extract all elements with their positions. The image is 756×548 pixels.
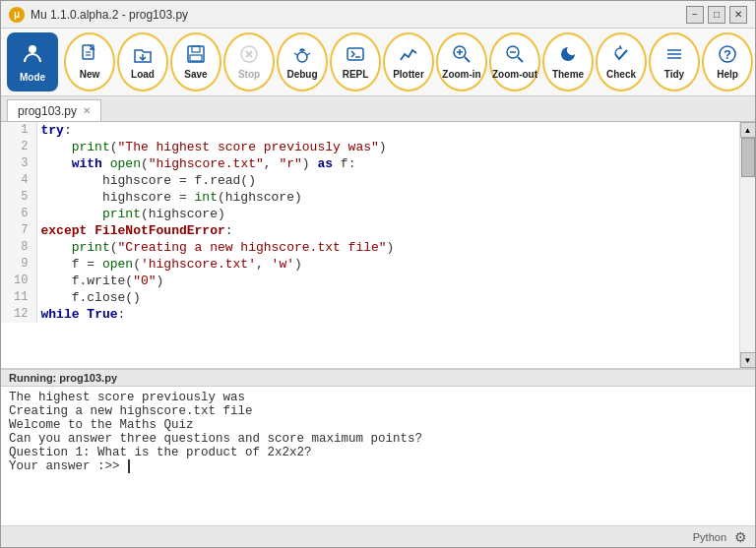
tabs-bar: prog103.py ✕ (1, 96, 755, 122)
mode-label: Mode (20, 72, 45, 83)
tidy-button[interactable]: Tidy (649, 32, 700, 91)
line-number: 3 (1, 155, 36, 172)
editor-container: 1try:2 print("The highest score previous… (1, 122, 755, 368)
save-icon (186, 44, 206, 67)
cursor (128, 459, 130, 473)
line-number: 4 (1, 172, 36, 189)
repl-label: REPL (343, 69, 369, 80)
line-content: try: (36, 122, 739, 139)
console-line: Creating a new highscore.txt file (9, 404, 747, 418)
load-button[interactable]: Load (117, 32, 168, 91)
plotter-label: Plotter (393, 69, 424, 80)
stop-icon (239, 44, 259, 67)
mode-icon (22, 42, 43, 70)
maximize-button[interactable]: □ (708, 6, 725, 24)
table-row: 3 with open("highscore.txt", "r") as f: (1, 155, 739, 172)
table-row: 5 highscore = int(highscore) (1, 189, 739, 206)
zoom-in-label: Zoom-in (442, 69, 480, 80)
line-content: print(highscore) (36, 206, 739, 222)
check-button[interactable]: Check (596, 32, 647, 91)
table-row: 12while True: (1, 306, 739, 323)
svg-text:?: ? (724, 47, 731, 62)
line-content: while True: (36, 306, 739, 323)
check-icon (611, 44, 631, 67)
toolbar: Mode NewLoadSaveStopDebugREPLPlotterZoom… (1, 29, 755, 96)
line-content: print("The highest score previously was"… (36, 139, 739, 155)
stop-button[interactable]: Stop (223, 32, 275, 91)
tidy-icon (664, 44, 684, 67)
save-button[interactable]: Save (170, 32, 221, 91)
code-area[interactable]: 1try:2 print("The highest score previous… (1, 122, 739, 368)
table-row: 2 print("The highest score previously wa… (1, 139, 739, 155)
console-header: Running: prog103.py (1, 370, 755, 387)
debug-icon (292, 44, 312, 67)
plotter-button[interactable]: Plotter (383, 32, 434, 91)
zoom-in-button[interactable]: Zoom-in (436, 32, 487, 91)
load-label: Load (131, 69, 155, 80)
new-icon (80, 44, 99, 67)
svg-rect-7 (190, 55, 202, 61)
table-row: 6 print(highscore) (1, 206, 739, 222)
settings-gear-icon[interactable]: ⚙ (734, 529, 747, 545)
svg-rect-6 (192, 46, 200, 52)
tab-close[interactable]: ✕ (83, 105, 91, 116)
line-content: with open("highscore.txt", "r") as f: (36, 155, 739, 172)
line-content: f.close() (36, 289, 739, 306)
console-line: Welcome to the Maths Quiz (9, 418, 747, 432)
status-bar: Python ⚙ (1, 525, 755, 547)
line-number: 12 (1, 306, 36, 323)
help-icon: ? (718, 44, 737, 67)
theme-icon (558, 44, 578, 67)
theme-button[interactable]: Theme (542, 32, 594, 91)
scroll-up[interactable]: ▲ (740, 122, 756, 138)
line-number: 6 (1, 206, 36, 222)
tab-prog103[interactable]: prog103.py ✕ (7, 99, 101, 121)
line-number: 2 (1, 139, 36, 155)
svg-line-14 (307, 53, 310, 55)
svg-point-0 (29, 45, 36, 53)
mode-button[interactable]: Mode (7, 32, 58, 91)
console-area: Running: prog103.py The highest score pr… (1, 368, 755, 525)
zoom-out-icon (505, 44, 525, 67)
zoom-in-icon (452, 44, 472, 67)
line-number: 10 (1, 273, 36, 289)
minimize-button[interactable]: − (686, 6, 704, 24)
code-table: 1try:2 print("The highest score previous… (1, 122, 739, 323)
title-bar-left: μ Mu 1.1.0.alpha.2 - prog103.py (9, 7, 188, 23)
scroll-track[interactable] (740, 138, 756, 352)
editor-scroll: 1try:2 print("The highest score previous… (1, 122, 739, 368)
title-bar-controls[interactable]: − □ ✕ (686, 6, 747, 24)
line-content: print("Creating a new highscore.txt file… (36, 239, 739, 256)
line-number: 8 (1, 239, 36, 256)
new-button[interactable]: New (64, 32, 115, 91)
console-output[interactable]: The highest score previously wasCreating… (1, 387, 755, 525)
svg-line-13 (294, 53, 297, 55)
table-row: 1try: (1, 122, 739, 139)
table-row: 11 f.close() (1, 289, 739, 306)
zoom-out-button[interactable]: Zoom-out (489, 32, 540, 91)
table-row: 9 f = open('highscore.txt', 'w') (1, 256, 739, 273)
svg-line-18 (465, 57, 470, 62)
tidy-label: Tidy (664, 69, 684, 80)
app-icon: μ (9, 7, 25, 23)
scroll-thumb[interactable] (741, 138, 755, 177)
tab-label: prog103.py (18, 104, 77, 118)
console-line: Can you answer three questions and score… (9, 432, 747, 446)
help-button[interactable]: ?Help (702, 32, 753, 91)
debug-label: Debug (286, 69, 317, 80)
stop-label: Stop (238, 69, 260, 80)
debug-button[interactable]: Debug (277, 32, 328, 91)
repl-button[interactable]: REPL (330, 32, 381, 91)
table-row: 4 highscore = f.read() (1, 172, 739, 189)
load-icon (133, 44, 153, 67)
editor-scrollbar[interactable]: ▲ ▼ (739, 122, 755, 368)
line-number: 7 (1, 222, 36, 239)
console-line: Question 1: What is the product of 2x2x2… (9, 446, 747, 459)
line-content: f.write("0") (36, 273, 739, 289)
close-button[interactable]: ✕ (729, 6, 747, 24)
console-line: The highest score previously was (9, 391, 747, 404)
table-row: 10 f.write("0") (1, 273, 739, 289)
toolbar-buttons: NewLoadSaveStopDebugREPLPlotterZoom-inZo… (64, 32, 756, 91)
scroll-down[interactable]: ▼ (740, 352, 756, 368)
check-label: Check (606, 69, 636, 80)
